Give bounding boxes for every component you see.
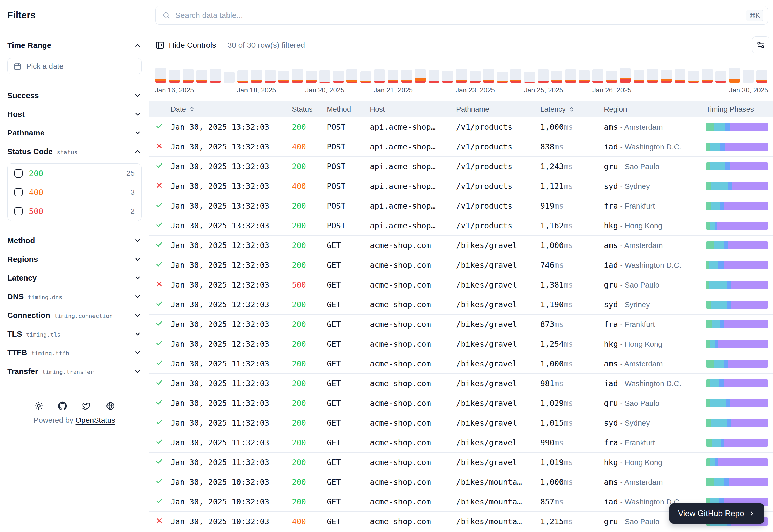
timeline-bar[interactable]: [374, 69, 385, 83]
timeline-bar[interactable]: [715, 71, 726, 83]
column-header-method[interactable]: Method: [327, 105, 370, 113]
timeline-bar[interactable]: [278, 71, 289, 83]
column-header-host[interactable]: Host: [370, 105, 456, 113]
timeline-bar[interactable]: [265, 70, 276, 83]
timeline-bar[interactable]: [661, 70, 672, 83]
timeline-bar[interactable]: [593, 69, 604, 83]
view-settings-button[interactable]: [752, 36, 769, 53]
table-row[interactable]: Jan 30, 2025 11:32:03 200 GET acme-shop.…: [149, 374, 773, 393]
checkbox[interactable]: [14, 169, 23, 178]
table-row[interactable]: Jan 30, 2025 12:32:03 200 GET acme-shop.…: [149, 334, 773, 354]
timeline-bar[interactable]: [456, 69, 467, 83]
filter-section-transfer[interactable]: Transfer timing.transfer: [7, 362, 141, 381]
table-row[interactable]: Jan 30, 2025 13:32:03 200 POST api.acme-…: [149, 216, 773, 236]
table-row[interactable]: Jan 30, 2025 11:32:03 200 GET acme-shop.…: [149, 413, 773, 433]
table-row[interactable]: Jan 30, 2025 12:32:03 500 GET acme-shop.…: [149, 275, 773, 295]
filter-section-regions[interactable]: Regions: [7, 250, 141, 269]
filter-section-method[interactable]: Method: [7, 231, 141, 250]
timeline-bar[interactable]: [306, 71, 317, 83]
table-row[interactable]: Jan 30, 2025 13:32:03 400 POST api.acme-…: [149, 176, 773, 196]
filter-section-connection[interactable]: Connection timing.connection: [7, 306, 141, 325]
timeline-bar[interactable]: [634, 70, 645, 83]
twitter-icon[interactable]: [82, 401, 91, 410]
checkbox[interactable]: [14, 188, 23, 196]
timeline-bar[interactable]: [483, 69, 494, 83]
table-row[interactable]: Jan 30, 2025 11:32:03 200 GET acme-shop.…: [149, 433, 773, 453]
table-row[interactable]: Jan 30, 2025 12:32:03 200 GET acme-shop.…: [149, 295, 773, 315]
timeline-bar[interactable]: [756, 70, 767, 83]
timeline-bar[interactable]: [538, 69, 549, 83]
table-row[interactable]: Jan 30, 2025 13:32:03 400 POST api.acme-…: [149, 137, 773, 157]
theme-toggle-sun-icon[interactable]: [34, 401, 43, 410]
table-row[interactable]: Jan 30, 2025 13:32:03 200 POST api.acme-…: [149, 196, 773, 216]
openstatus-link[interactable]: OpenStatus: [76, 416, 115, 424]
timeline-bar[interactable]: [347, 69, 357, 83]
globe-icon[interactable]: [106, 401, 115, 410]
search-input[interactable]: [175, 11, 741, 20]
timeline-bar[interactable]: [647, 69, 658, 83]
timeline-bar[interactable]: [606, 71, 617, 83]
table-row[interactable]: Jan 30, 2025 11:32:03 200 GET acme-shop.…: [149, 453, 773, 472]
timeline-bar[interactable]: [579, 70, 590, 83]
filter-section-tls[interactable]: TLS timing.tls: [7, 325, 141, 343]
github-icon[interactable]: [58, 401, 67, 410]
timeline-bar[interactable]: [702, 69, 713, 83]
timeline-bar[interactable]: [224, 72, 235, 83]
view-github-repo-button[interactable]: View GitHub Repo: [669, 503, 764, 524]
timeline-bar[interactable]: [238, 70, 248, 83]
table-row[interactable]: Jan 30, 2025 13:32:03 200 POST api.acme-…: [149, 157, 773, 176]
column-header-status[interactable]: Status: [292, 105, 327, 113]
timeline-bar[interactable]: [510, 69, 521, 83]
hide-controls-button[interactable]: Hide Controls: [155, 40, 216, 50]
timeline-bar[interactable]: [360, 71, 371, 83]
table-row[interactable]: Jan 30, 2025 11:32:03 200 GET acme-shop.…: [149, 354, 773, 374]
table-row[interactable]: Jan 30, 2025 12:32:03 200 GET acme-shop.…: [149, 255, 773, 275]
timeline-bar[interactable]: [415, 69, 426, 83]
timeline-bar[interactable]: [388, 70, 398, 83]
timeline-bar[interactable]: [675, 69, 686, 83]
column-header-pathname[interactable]: Pathname: [456, 105, 540, 113]
timeline-bar[interactable]: [197, 70, 207, 83]
timeline-bar[interactable]: [210, 69, 221, 83]
filter-section-dns[interactable]: DNS timing.dns: [7, 287, 141, 306]
timeline-bar[interactable]: [524, 72, 535, 83]
timeline-bar[interactable]: [429, 70, 439, 83]
timeline-bar[interactable]: [401, 70, 412, 83]
checkbox[interactable]: [14, 207, 23, 215]
timeline-bar[interactable]: [620, 68, 631, 83]
timeline-bar[interactable]: [182, 69, 194, 83]
filter-section-latency[interactable]: Latency: [7, 269, 141, 287]
table-row[interactable]: Jan 30, 2025 13:32:03 200 POST api.acme-…: [149, 117, 773, 137]
status-code-option-200[interactable]: 200 25: [8, 164, 141, 183]
timeline-bar[interactable]: [155, 68, 166, 83]
timeline-bar[interactable]: [333, 71, 344, 83]
timeline-bar[interactable]: [743, 70, 754, 83]
timeline-bar[interactable]: [729, 68, 740, 83]
filter-section-time-range[interactable]: Time Range: [7, 36, 141, 55]
table-row[interactable]: Jan 30, 2025 10:32:03 200 GET acme-shop.…: [149, 472, 773, 492]
column-header-date[interactable]: Date: [171, 105, 292, 113]
filter-section-status-code[interactable]: Status Code status: [7, 142, 141, 161]
table-row[interactable]: Jan 30, 2025 11:32:03 200 GET acme-shop.…: [149, 393, 773, 413]
filter-section-success[interactable]: Success: [7, 86, 141, 105]
timeline-bar[interactable]: [565, 69, 576, 83]
timeline-bar[interactable]: [551, 71, 562, 83]
search-bar[interactable]: ⌘K: [155, 6, 768, 25]
filter-section-pathname[interactable]: Pathname: [7, 124, 141, 142]
filter-section-host[interactable]: Host: [7, 105, 141, 124]
status-code-option-400[interactable]: 400 3: [8, 183, 141, 202]
timeline-bar[interactable]: [319, 70, 330, 83]
column-header-latency[interactable]: Latency: [540, 105, 604, 113]
timeline-bar[interactable]: [470, 71, 480, 83]
filter-section-ttfb[interactable]: TTFB timing.ttfb: [7, 343, 141, 362]
column-header-timing-phases[interactable]: Timing Phases: [706, 105, 768, 113]
column-header-region[interactable]: Region: [604, 105, 706, 113]
timeline-bar[interactable]: [497, 72, 508, 83]
timeline-bar[interactable]: [688, 71, 699, 83]
table-row[interactable]: Jan 30, 2025 12:32:03 200 GET acme-shop.…: [149, 315, 773, 334]
timeline-bar[interactable]: [251, 70, 262, 83]
date-picker-button[interactable]: Pick a date: [7, 58, 141, 74]
status-code-option-500[interactable]: 500 2: [8, 202, 141, 221]
table-row[interactable]: Jan 30, 2025 12:32:03 200 GET acme-shop.…: [149, 236, 773, 255]
timeline-bar[interactable]: [292, 69, 303, 83]
